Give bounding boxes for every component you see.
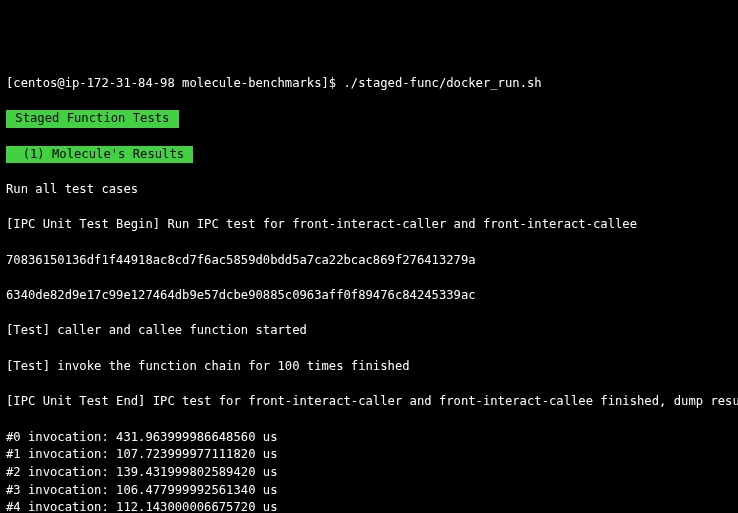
ipc-begin-line: [IPC Unit Test Begin] Run IPC test for f… (6, 216, 732, 234)
test-line-1: [Test] caller and callee function starte… (6, 322, 732, 340)
invocation-lines: #0 invocation: 431.963999986648560 us#1 … (6, 429, 732, 514)
invocation-line: #0 invocation: 431.963999986648560 us (6, 429, 732, 447)
banner-line-2: (1) Molecule's Results (6, 146, 732, 164)
hash-line-2: 6340de82d9e17c99e127464db9e57dcbe90885c0… (6, 287, 732, 305)
invocation-line: #3 invocation: 106.477999992561340 us (6, 482, 732, 500)
banner-highlight-2: (1) Molecule's Results (6, 146, 193, 164)
test-line-2: [Test] invoke the function chain for 100… (6, 358, 732, 376)
banner-highlight-1: Staged Function Tests (6, 110, 179, 128)
ipc-end-line: [IPC Unit Test End] IPC test for front-i… (6, 393, 732, 411)
invocation-line: #2 invocation: 139.431999802589420 us (6, 464, 732, 482)
invocation-line: #4 invocation: 112.143000006675720 us (6, 499, 732, 513)
terminal-prompt-line[interactable]: [centos@ip-172-31-84-98 molecule-benchma… (6, 75, 732, 93)
invocation-line: #1 invocation: 107.723999977111820 us (6, 446, 732, 464)
command-text: ./staged-func/docker_run.sh (344, 76, 542, 90)
hash-line-1: 70836150136df1f44918ac8cd7f6ac5859d0bdd5… (6, 252, 732, 270)
run-all-line: Run all test cases (6, 181, 732, 199)
prompt-text: [centos@ip-172-31-84-98 molecule-benchma… (6, 76, 344, 90)
banner-line-1: Staged Function Tests (6, 110, 732, 128)
